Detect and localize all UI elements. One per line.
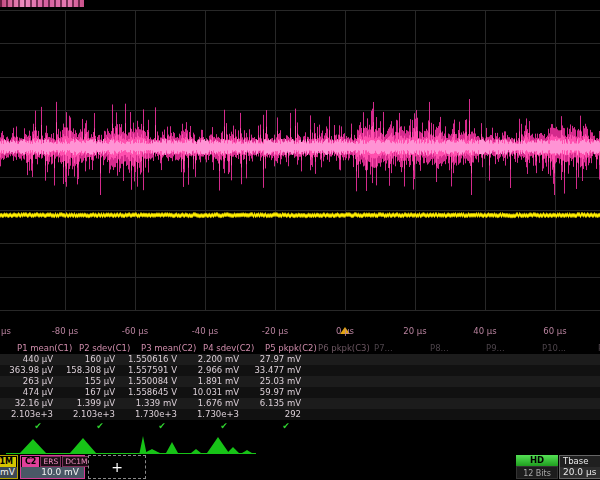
clipped-pink-label bbox=[0, 0, 84, 7]
param-value: 2.103e+3 bbox=[0, 409, 62, 420]
channel-c2-descriptor[interactable]: C2 ERS DC1M 10.0 mV bbox=[20, 455, 85, 479]
param-header[interactable]: P7... bbox=[366, 343, 422, 354]
table-row: 263 µV155 µV1.550084 V1.891 mV25.03 mV bbox=[0, 376, 600, 387]
table-row: 440 µV160 µV1.550616 V2.200 mV27.97 mV bbox=[0, 354, 600, 365]
param-value: 27.97 mV bbox=[248, 354, 310, 365]
param-header[interactable]: P10... bbox=[534, 343, 590, 354]
param-value: 1.891 mV bbox=[186, 376, 248, 387]
c1-coupling-tag: DC1M bbox=[0, 457, 16, 467]
param-value: 2.200 mV bbox=[186, 354, 248, 365]
param-value: 155 µV bbox=[62, 376, 124, 387]
param-value: 59.97 mV bbox=[248, 387, 310, 398]
status-check-icon: ✔ bbox=[0, 420, 62, 431]
c2-eres-tag: ERS bbox=[40, 456, 61, 467]
param-value: 10.031 mV bbox=[186, 387, 248, 398]
add-trace-button[interactable]: + bbox=[88, 455, 146, 479]
param-value: 363.98 µV bbox=[0, 365, 62, 376]
c2-coupling-tag: DC1M bbox=[62, 456, 90, 467]
param-value: 292 bbox=[248, 409, 310, 420]
param-header[interactable]: P8... bbox=[422, 343, 478, 354]
param-header[interactable]: P5 pkpk(C2) bbox=[248, 343, 310, 354]
table-row: 474 µV167 µV1.558645 V10.031 mV59.97 mV bbox=[0, 387, 600, 398]
param-header[interactable]: P2 sdev(C1) bbox=[62, 343, 124, 354]
param-value: 160 µV bbox=[62, 354, 124, 365]
time-axis-label: -80 µs bbox=[35, 326, 95, 337]
tbase-label: Tbase bbox=[560, 456, 600, 467]
param-value: 1.730e+3 bbox=[124, 409, 186, 420]
param-value: 33.477 mV bbox=[248, 365, 310, 376]
param-header[interactable]: P11... bbox=[590, 343, 600, 354]
table-row: 2.103e+32.103e+31.730e+31.730e+3292 bbox=[0, 409, 600, 420]
time-axis-label: 20 µs bbox=[385, 326, 445, 337]
param-value: 1.730e+3 bbox=[186, 409, 248, 420]
param-value: 1.550084 V bbox=[124, 376, 186, 387]
hd-mode-badge: HD bbox=[516, 455, 558, 466]
adc-bits-label: 12 Bits bbox=[516, 466, 558, 479]
time-axis-label: -20 µs bbox=[245, 326, 305, 337]
channel-c1-descriptor[interactable]: DC1M 10.0 mV bbox=[0, 455, 18, 479]
param-value: 32.16 µV bbox=[0, 398, 62, 409]
param-value: 1.399 µV bbox=[62, 398, 124, 409]
param-value: 1.676 mV bbox=[186, 398, 248, 409]
param-value: 1.550616 V bbox=[124, 354, 186, 365]
param-header[interactable]: P4 sdev(C2) bbox=[186, 343, 248, 354]
param-header[interactable]: P3 mean(C2) bbox=[124, 343, 186, 354]
measurement-table: P1 mean(C1)P2 sdev(C1)P3 mean(C2)P4 sdev… bbox=[0, 343, 600, 431]
param-header[interactable]: P9... bbox=[478, 343, 534, 354]
param-header[interactable]: P1 mean(C1) bbox=[0, 343, 62, 354]
param-value: 2.103e+3 bbox=[62, 409, 124, 420]
param-value: 474 µV bbox=[0, 387, 62, 398]
status-check-icon: ✔ bbox=[186, 420, 248, 431]
table-row: 32.16 µV1.399 µV1.339 mV1.676 mV6.135 mV bbox=[0, 398, 600, 409]
c1-scale-value: 10.0 mV bbox=[0, 467, 17, 478]
param-value: 158.308 µV bbox=[62, 365, 124, 376]
status-check-icon: ✔ bbox=[248, 420, 310, 431]
param-value: 6.135 mV bbox=[248, 398, 310, 409]
status-check-icon: ✔ bbox=[124, 420, 186, 431]
time-axis-label: -60 µs bbox=[105, 326, 165, 337]
time-axis-label: 60 µs bbox=[525, 326, 585, 337]
c2-label: C2 bbox=[22, 457, 39, 467]
param-value: 1.339 mV bbox=[124, 398, 186, 409]
time-axis: -100 µs-80 µs-60 µs-40 µs-20 µs0 µs20 µs… bbox=[0, 326, 600, 338]
param-value: 25.03 mV bbox=[248, 376, 310, 387]
param-value: 2.966 mV bbox=[186, 365, 248, 376]
c2-scale-value: 10.0 mV bbox=[21, 467, 84, 478]
time-axis-label: 0 µs bbox=[315, 326, 375, 337]
time-axis-label: -100 µs bbox=[0, 326, 25, 337]
time-axis-label: 40 µs bbox=[455, 326, 515, 337]
param-value: 167 µV bbox=[62, 387, 124, 398]
param-value: 1.557591 V bbox=[124, 365, 186, 376]
param-header[interactable]: P6 pkpk(C3) bbox=[310, 343, 366, 354]
param-value: 1.558645 V bbox=[124, 387, 186, 398]
timebase-descriptor[interactable]: Tbase 20.0 µs bbox=[559, 455, 600, 479]
status-check-icon: ✔ bbox=[62, 420, 124, 431]
table-row: 363.98 µV158.308 µV1.557591 V2.966 mV33.… bbox=[0, 365, 600, 376]
param-value: 440 µV bbox=[0, 354, 62, 365]
tbase-value: 20.0 µs bbox=[560, 467, 600, 478]
param-value: 263 µV bbox=[0, 376, 62, 387]
time-axis-label: -40 µs bbox=[175, 326, 235, 337]
